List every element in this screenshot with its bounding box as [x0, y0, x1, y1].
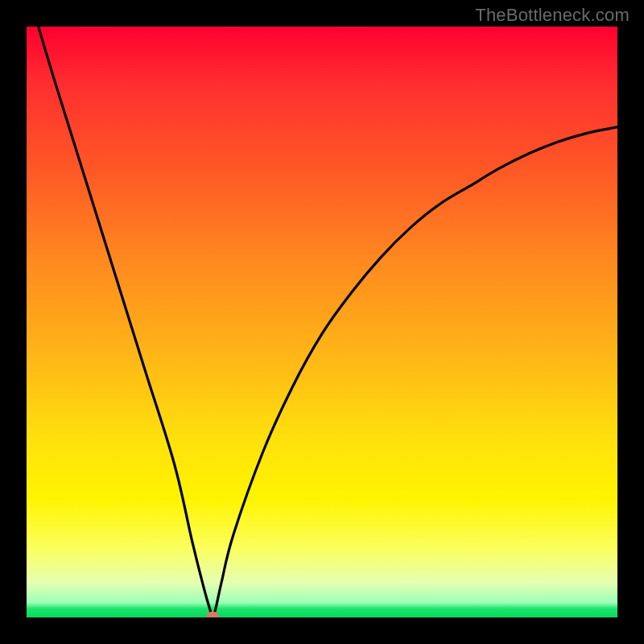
chart-frame: TheBottleneck.com: [0, 0, 644, 644]
chart-svg: [27, 27, 617, 617]
bottleneck-curve: [39, 27, 617, 617]
plot-area: [27, 27, 617, 617]
minimum-marker: [206, 612, 219, 618]
watermark-text: TheBottleneck.com: [475, 5, 630, 26]
